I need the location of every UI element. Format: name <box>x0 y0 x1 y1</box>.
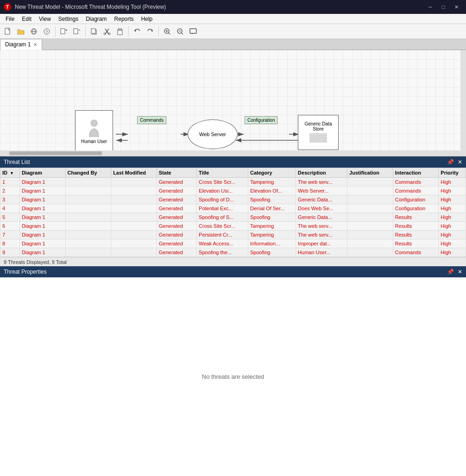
scrollbar-thumb-h[interactable] <box>9 151 102 155</box>
table-cell <box>111 231 157 239</box>
web-server-element[interactable]: Web Server <box>188 119 238 149</box>
menu-help[interactable]: Help <box>138 15 157 23</box>
col-header-priority[interactable]: Priority <box>439 168 466 178</box>
table-cell <box>347 213 393 222</box>
threat-list-close[interactable]: ✕ <box>458 159 462 165</box>
col-header-interaction[interactable]: Interaction <box>393 168 439 178</box>
table-cell: Cross Site Scr... <box>197 222 248 231</box>
menu-reports[interactable]: Reports <box>111 15 138 23</box>
table-cell <box>111 178 157 187</box>
new-diagram-button[interactable] <box>58 25 70 38</box>
commands-flow[interactable]: Commands <box>137 116 166 124</box>
table-cell: Diagram 1 <box>19 222 65 231</box>
table-row[interactable]: 8Diagram 1GeneratedWeak Access...Informa… <box>0 239 466 248</box>
tab-close-button[interactable]: ✕ <box>33 42 37 47</box>
data-store-label: Generic DataStore <box>305 121 332 132</box>
col-header-justification[interactable]: Justification <box>347 168 393 178</box>
table-row[interactable]: 6Diagram 1GeneratedCross Site Scr...Tamp… <box>0 222 466 231</box>
table-cell <box>347 178 393 187</box>
table-row[interactable]: 9Diagram 1GeneratedSpoofing the...Spoofi… <box>0 248 466 257</box>
maximize-button[interactable]: □ <box>437 2 449 12</box>
table-cell: Persistent Cr... <box>197 231 248 239</box>
close-button[interactable]: ✕ <box>450 2 462 12</box>
col-header-title[interactable]: Title <box>197 168 248 178</box>
table-cell <box>65 195 111 204</box>
cut-button[interactable] <box>101 25 113 38</box>
table-cell: Diagram 1 <box>19 178 65 187</box>
open-diagram-button[interactable] <box>71 25 83 38</box>
svg-rect-40 <box>310 137 327 139</box>
paste-button[interactable] <box>114 25 126 38</box>
svg-text:?: ? <box>45 30 48 34</box>
copy-button[interactable] <box>88 25 100 38</box>
app-icon: T <box>4 3 11 11</box>
configuration-flow[interactable]: Configuration <box>245 116 277 124</box>
table-row[interactable]: 4Diagram 1GeneratedPotential Exc...Denia… <box>0 204 466 213</box>
table-cell: The web serv... <box>296 231 347 239</box>
table-cell: Generated <box>157 239 196 248</box>
undo-button[interactable] <box>131 25 143 38</box>
zoom-in-button[interactable] <box>161 25 173 38</box>
threat-props-close[interactable]: ✕ <box>458 269 462 275</box>
redo-button[interactable] <box>144 25 156 38</box>
globe-button[interactable] <box>28 25 40 38</box>
generic-data-store-element[interactable]: Generic DataStore <box>298 115 339 150</box>
tab-diagram-1[interactable]: Diagram 1 ✕ <box>0 39 42 50</box>
table-cell <box>65 239 111 248</box>
threat-table: ID ▼ Diagram Changed By Last Modified St… <box>0 168 466 257</box>
svg-line-27 <box>182 33 183 34</box>
table-cell: Elevation Usi... <box>197 187 248 195</box>
table-cell: Configuration <box>393 195 439 204</box>
table-row[interactable]: 5Diagram 1GeneratedSpoofing of S...Spoof… <box>0 213 466 222</box>
table-cell: Results <box>393 231 439 239</box>
table-cell <box>111 248 157 257</box>
col-header-state[interactable]: State <box>157 168 196 178</box>
menu-view[interactable]: View <box>35 15 55 23</box>
comment-button[interactable] <box>187 25 199 38</box>
threat-props-pin[interactable]: 📌 <box>447 269 454 275</box>
table-cell: Spoofing <box>248 195 296 204</box>
toolbar-separator-1 <box>55 26 56 37</box>
svg-rect-18 <box>119 29 121 31</box>
open-button[interactable] <box>15 25 27 38</box>
svg-rect-28 <box>190 29 196 33</box>
help-button[interactable]: ? <box>41 25 53 38</box>
table-cell: Improper dat... <box>296 239 347 248</box>
new-button[interactable] <box>2 25 14 38</box>
col-header-last-modified[interactable]: Last Modified <box>111 168 157 178</box>
diagram-scrollbar-v[interactable] <box>460 50 466 156</box>
table-row[interactable]: 7Diagram 1GeneratedPersistent Cr...Tampe… <box>0 231 466 239</box>
threat-list-container[interactable]: ID ▼ Diagram Changed By Last Modified St… <box>0 168 466 257</box>
table-cell: Information... <box>248 239 296 248</box>
table-cell: The web serv... <box>296 178 347 187</box>
svg-rect-41 <box>310 140 327 142</box>
table-row[interactable]: 1Diagram 1GeneratedCross Site Scr...Tamp… <box>0 178 466 187</box>
menu-file[interactable]: File <box>2 15 18 23</box>
table-cell: 3 <box>0 195 20 204</box>
zoom-out-button[interactable] <box>174 25 186 38</box>
human-user-label: Human User <box>81 139 107 144</box>
table-row[interactable]: 2Diagram 1GeneratedElevation Usi...Eleva… <box>0 187 466 195</box>
menu-diagram[interactable]: Diagram <box>82 15 110 23</box>
human-user-element[interactable]: Human User <box>75 110 113 152</box>
threat-list-status: 9 Threats Displayed, 9 Total <box>0 257 466 266</box>
svg-rect-0 <box>5 28 10 34</box>
col-header-changed-by[interactable]: Changed By <box>65 168 111 178</box>
table-cell: Generated <box>157 178 196 187</box>
minimize-button[interactable]: ─ <box>424 2 436 12</box>
table-cell <box>111 213 157 222</box>
menu-edit[interactable]: Edit <box>18 15 35 23</box>
diagram-area[interactable]: Human User Commands Web Server Configura… <box>0 50 466 157</box>
diagram-scrollbar-h[interactable] <box>0 150 460 156</box>
table-cell: High <box>439 178 466 187</box>
svg-rect-6 <box>61 29 65 34</box>
menu-settings[interactable]: Settings <box>55 15 82 23</box>
table-row[interactable]: 3Diagram 1GeneratedSpoofing of D...Spoof… <box>0 195 466 204</box>
col-header-diagram[interactable]: Diagram <box>19 168 65 178</box>
table-cell <box>65 248 111 257</box>
threat-list-pin[interactable]: 📌 <box>447 159 454 165</box>
col-header-description[interactable]: Description <box>296 168 347 178</box>
table-cell <box>65 187 111 195</box>
col-header-id[interactable]: ID ▼ <box>0 168 20 178</box>
col-header-category[interactable]: Category <box>248 168 296 178</box>
